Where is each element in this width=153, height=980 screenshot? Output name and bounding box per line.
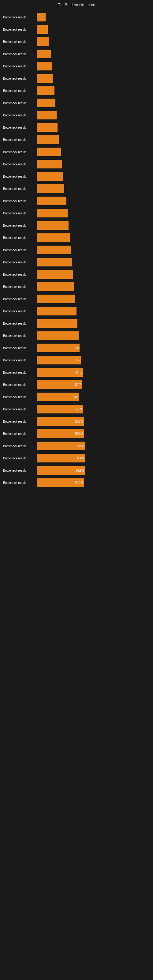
bar-wrap: [37, 99, 147, 107]
bar-row: Bottleneck result: [3, 232, 147, 243]
bar-value: 56.9%: [75, 469, 84, 472]
bar: [37, 49, 51, 58]
bar: 54.9%: [37, 478, 84, 487]
bar-wrap: [37, 307, 147, 315]
bar-value: 52%: [73, 359, 80, 362]
bar: [37, 135, 59, 144]
bar: [37, 233, 70, 242]
bar-row: Bottleneck result: [3, 207, 147, 219]
bar-wrap: 56%: [37, 442, 147, 450]
bar-row: Bottleneck result: [3, 36, 147, 48]
bar-label: Bottleneck result: [3, 248, 37, 252]
bar-label: Bottleneck result: [3, 212, 37, 215]
bar: [37, 160, 62, 169]
bar: [37, 319, 77, 328]
bar: [37, 62, 52, 70]
bar-label: Bottleneck result: [3, 346, 37, 350]
bar-row: Bottleneck result: [3, 122, 147, 133]
bar-label: Bottleneck result: [3, 89, 37, 92]
bar-row: Bottleneck result55.1%: [3, 428, 147, 439]
bar-row: Bottleneck result: [3, 244, 147, 256]
bar: [37, 270, 73, 279]
bar-label: Bottleneck result: [3, 371, 37, 374]
bar-wrap: 55.1%: [37, 430, 147, 438]
bar-label: Bottleneck result: [3, 469, 37, 472]
bar-wrap: [37, 197, 147, 205]
bar-label: Bottleneck result: [3, 273, 37, 276]
bar-row: Bottleneck result: [3, 330, 147, 342]
bar: [37, 13, 46, 21]
bar-label: Bottleneck result: [3, 420, 37, 423]
bar-label: Bottleneck result: [3, 298, 37, 301]
bar: [37, 258, 72, 266]
bar-wrap: 55.7%: [37, 417, 147, 426]
bar-label: Bottleneck result: [3, 285, 37, 288]
bar: [37, 246, 71, 254]
bar-row: Bottleneck result54.9%: [3, 477, 147, 488]
bar: [37, 307, 76, 315]
bar-row: Bottleneck result52%: [3, 354, 147, 366]
bar-value: 49: [73, 395, 78, 399]
bar-row: Bottleneck result: [3, 183, 147, 194]
bar-label: Bottleneck result: [3, 16, 37, 19]
bar-wrap: [37, 111, 147, 119]
bar-label: Bottleneck result: [3, 28, 37, 31]
bar-label: Bottleneck result: [3, 383, 37, 387]
bar-row: Bottleneck result: [3, 305, 147, 317]
bar: [37, 197, 66, 205]
bar-label: Bottleneck result: [3, 334, 37, 337]
bar-label: Bottleneck result: [3, 407, 37, 411]
bar-wrap: [37, 135, 147, 144]
bar-wrap: [37, 319, 147, 328]
site-title: TheBottlenecker.com: [58, 2, 95, 7]
bar: [37, 331, 79, 340]
bar-label: Bottleneck result: [3, 175, 37, 178]
bar-label: Bottleneck result: [3, 199, 37, 203]
bar-label: Bottleneck result: [3, 77, 37, 80]
bar: 54.1: [37, 368, 83, 377]
bar-wrap: [37, 74, 147, 83]
bar: 49: [37, 393, 79, 401]
bar-wrap: [37, 25, 147, 34]
site-header: TheBottlenecker.com: [0, 0, 153, 8]
bar: 53.9: [37, 405, 83, 414]
bar-row: Bottleneck result: [3, 195, 147, 207]
bar: [37, 99, 56, 107]
bar-wrap: [37, 49, 147, 58]
bar-wrap: 50: [37, 344, 147, 352]
bar: [37, 294, 75, 303]
bar: 50: [37, 344, 80, 352]
bar-row: Bottleneck result: [3, 60, 147, 72]
bar-value: 52.7: [74, 383, 81, 387]
bar-wrap: [37, 123, 147, 132]
bar-row: Bottleneck result49: [3, 391, 147, 403]
bar-wrap: [37, 37, 147, 46]
bar-row: Bottleneck result: [3, 146, 147, 158]
bar-label: Bottleneck result: [3, 101, 37, 105]
bar-wrap: [37, 233, 147, 242]
chart-container: Bottleneck resultBottleneck resultBottle…: [0, 8, 153, 492]
bar-wrap: 52%: [37, 356, 147, 364]
bar-row: Bottleneck result56.4%: [3, 452, 147, 464]
bar-wrap: [37, 86, 147, 95]
bar-label: Bottleneck result: [3, 444, 37, 448]
bar-wrap: [37, 148, 147, 156]
bar-row: Bottleneck result: [3, 109, 147, 121]
bar: 56.4%: [37, 454, 85, 463]
bar: [37, 282, 74, 291]
bar: [37, 209, 68, 218]
bar: [37, 74, 53, 83]
bar-value: 55.7%: [73, 420, 83, 423]
bar-label: Bottleneck result: [3, 40, 37, 43]
bar-row: Bottleneck result: [3, 170, 147, 182]
bar-label: Bottleneck result: [3, 138, 37, 142]
bar-label: Bottleneck result: [3, 114, 37, 117]
bar-wrap: 56.4%: [37, 454, 147, 463]
bar-row: Bottleneck result53.9: [3, 403, 147, 415]
bar-label: Bottleneck result: [3, 310, 37, 313]
bar-row: Bottleneck result: [3, 24, 147, 35]
bar-label: Bottleneck result: [3, 162, 37, 166]
bar-wrap: [37, 62, 147, 70]
bar-wrap: [37, 246, 147, 254]
bar-row: Bottleneck result56%: [3, 440, 147, 452]
